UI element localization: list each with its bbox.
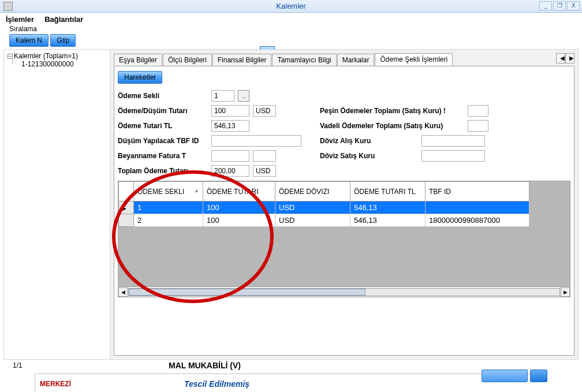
cell-tutari[interactable]: 100 <box>203 214 275 227</box>
tab-nav: ◀ ▶ <box>556 53 574 66</box>
tree-child[interactable]: 1-121300000000 <box>5 60 109 68</box>
menu-baglantilar[interactable]: Bağlantılar <box>44 15 83 24</box>
toplam-label: Toplam Ödeme Tutarı <box>118 167 208 175</box>
form-right-col: Peşin Ödemeler Toplamı (Satış Kuru) ! Va… <box>320 88 570 178</box>
odeme-sekli-browse-button[interactable]: .. <box>238 90 249 102</box>
content-panel: Eşya Bilgiler Ölçü Bilgileri Finansal Bi… <box>110 50 578 359</box>
tree-collapse-icon[interactable]: − <box>8 54 13 59</box>
maximize-button[interactable]: ❐ <box>553 1 566 10</box>
cell-tbf-id[interactable] <box>426 201 529 214</box>
cell-tutari-tl[interactable]: 546,13 <box>350 201 426 214</box>
cell-sekli[interactable]: 1 <box>134 201 203 214</box>
row-header[interactable] <box>119 201 134 214</box>
tree-child-label: 1-121300000000 <box>21 60 74 68</box>
merkezi-label: MERKEZİ <box>40 380 184 388</box>
tescil-label: Tescil Edilmemiş <box>184 379 249 389</box>
scroll-track[interactable] <box>128 288 560 296</box>
doviz-satis-label: Döviz Satış Kuru <box>320 152 418 160</box>
window-buttons: _ ❐ X <box>539 1 580 10</box>
tabs: Eşya Bilgiler Ölçü Bilgileri Finansal Bi… <box>114 53 574 66</box>
vadeli-input[interactable] <box>468 120 488 132</box>
cell-dovizi[interactable]: USD <box>275 214 350 227</box>
odeme-dusum-input[interactable] <box>211 105 249 117</box>
cell-tbf-id[interactable]: 18000000990887000 <box>426 214 529 227</box>
table-header-row: ÖDEME SEKLI ▲ ÖDEME TUTARI ÖDEME DÖVIZI … <box>119 182 529 201</box>
row-header[interactable] <box>119 214 134 227</box>
vadeli-label: Vadeli Ödemeler Toplamı (Satış Kuru) <box>320 122 464 130</box>
mal-mukabili-label: MAL MUKABİLİ (V) <box>169 361 241 370</box>
tree-root-label: Kalemler (Toplam=1) <box>14 52 78 60</box>
tab-next-button[interactable]: ▶ <box>565 53 574 64</box>
scroll-thumb[interactable] <box>129 289 365 296</box>
odeme-sekli-label: Ödeme Sekli <box>118 92 208 100</box>
payments-grid: ÖDEME SEKLI ▲ ÖDEME TUTARI ÖDEME DÖVIZI … <box>118 181 570 297</box>
odeme-tutari-tl-label: Ödeme Tutari TL <box>118 122 208 130</box>
main-area: − Kalemler (Toplam=1) 1-121300000000 Eşy… <box>3 49 579 360</box>
grid-scrollbar[interactable]: ◀ ▶ <box>118 286 570 297</box>
odeme-tutari-tl-input[interactable] <box>211 120 249 132</box>
form-left-col: Ödeme Sekli .. Ödeme/Düşüm Tutarı Ödeme … <box>118 88 320 178</box>
odeme-dusum-label: Ödeme/Düşüm Tutarı <box>118 107 208 115</box>
tab-content: Hareketler Ödeme Sekli .. Ödeme/Düşüm Tu… <box>114 66 574 356</box>
tab-odeme-sekli[interactable]: Ödeme Şekli İşlemleri <box>375 53 453 66</box>
tree-panel: − Kalemler (Toplam=1) 1-121300000000 <box>4 50 110 359</box>
menu-islemler[interactable]: İşlemler <box>6 15 34 24</box>
doviz-satis-input[interactable] <box>421 150 485 162</box>
tab-esya[interactable]: Eşya Bilgiler <box>114 54 162 66</box>
payments-table[interactable]: ÖDEME SEKLI ▲ ÖDEME TUTARI ÖDEME DÖVIZI … <box>118 181 529 227</box>
menubar: İşlemler Bağlantılar <box>0 13 582 25</box>
cell-dovizi[interactable]: USD <box>275 201 350 214</box>
sort-gtip-button[interactable]: Gtip <box>50 34 76 47</box>
col-odeme-tutari-tl[interactable]: ÖDEME TUTARI TL <box>350 182 426 201</box>
doviz-alis-input[interactable] <box>421 135 485 147</box>
col-tbf-id[interactable]: TBF ID <box>426 182 529 201</box>
form-columns: Ödeme Sekli .. Ödeme/Düşüm Tutarı Ödeme … <box>118 88 570 178</box>
sort-kalem-n-button[interactable]: Kalem N <box>9 34 48 47</box>
dusum-tbf-input[interactable] <box>211 135 301 147</box>
minimize-button[interactable]: _ <box>539 1 552 10</box>
cell-sekli[interactable]: 2 <box>134 214 203 227</box>
odeme-sekli-input[interactable] <box>211 90 234 102</box>
cell-tutari[interactable]: 100 <box>203 201 275 214</box>
beyanname-currency[interactable] <box>253 150 276 162</box>
table-row[interactable]: 2 100 USD 546,13 18000000990887000 <box>119 214 529 227</box>
col-odeme-tutari[interactable]: ÖDEME TUTARI <box>203 182 275 201</box>
cell-tutari-tl[interactable]: 546,13 <box>350 214 426 227</box>
footer-blue-button-1[interactable] <box>482 369 528 382</box>
tab-olcu[interactable]: Ölçü Bilgileri <box>163 54 212 66</box>
footer-status-box: MERKEZİ Tescil Edilmemiş <box>35 374 547 392</box>
toplam-currency[interactable] <box>253 165 276 177</box>
tree-root[interactable]: − Kalemler (Toplam=1) <box>5 52 109 60</box>
footer-blue-button-2[interactable] <box>530 369 547 382</box>
tab-finansal[interactable]: Finansal Bilgiler <box>212 54 272 66</box>
beyanname-label: Beyanname Fatura T <box>118 152 208 160</box>
tab-tamamlayici[interactable]: Tamamlayıcı Bilgi <box>272 54 336 66</box>
window-title: Kalemler <box>0 2 582 10</box>
beyanname-input[interactable] <box>211 150 249 162</box>
pesin-input[interactable] <box>468 105 488 117</box>
close-button[interactable]: X <box>567 1 580 10</box>
hareketler-button[interactable]: Hareketler <box>118 71 162 84</box>
scroll-left-button[interactable]: ◀ <box>118 288 128 297</box>
odeme-dusum-currency[interactable] <box>253 105 276 117</box>
tab-markalar[interactable]: Markalar <box>337 54 375 66</box>
sort-area: Sıralama Kalem N Gtip <box>0 25 582 47</box>
dusum-tbf-label: Düşüm Yapılacak TBF ID <box>118 137 208 145</box>
doviz-alis-label: Döviz Alış Kuru <box>320 137 418 145</box>
row-header-col <box>119 182 134 201</box>
col-odeme-dovizi[interactable]: ÖDEME DÖVIZI <box>275 182 350 201</box>
scroll-right-button[interactable]: ▶ <box>561 288 570 297</box>
pesin-label: Peşin Ödemeler Toplamı (Satış Kuru) ! <box>320 107 464 115</box>
toplam-input[interactable] <box>211 165 249 177</box>
page-count: 1/1 <box>13 361 169 369</box>
sort-asc-icon: ▲ <box>194 188 199 193</box>
table-row[interactable]: 1 100 USD 546,13 <box>119 201 529 214</box>
col-odeme-sekli[interactable]: ÖDEME SEKLI ▲ <box>134 182 203 201</box>
sort-label: Sıralama <box>9 25 579 33</box>
titlebar: Kalemler _ ❐ X <box>0 0 582 13</box>
tab-prev-button[interactable]: ◀ <box>556 53 565 64</box>
